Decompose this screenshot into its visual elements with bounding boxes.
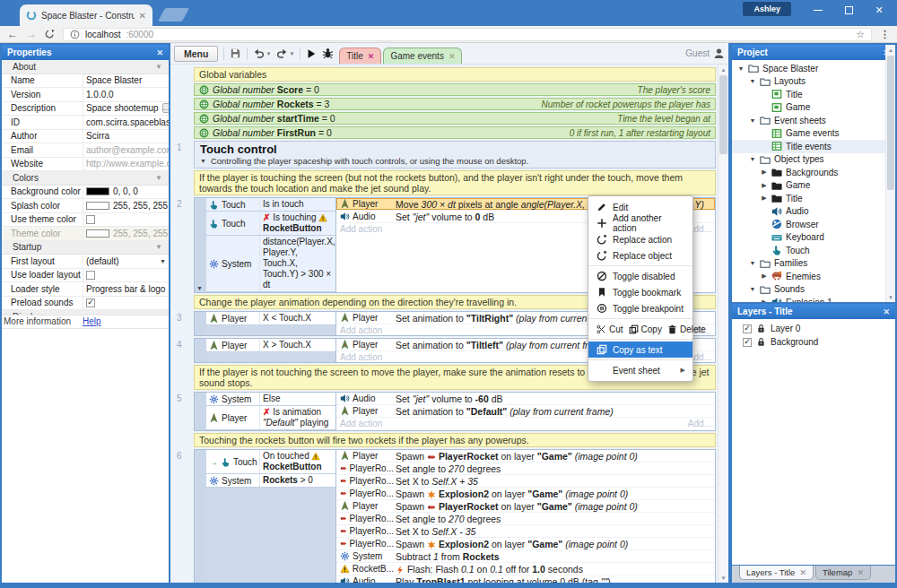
property-value-email[interactable]: author@example.com (83, 143, 169, 157)
tree-item-game[interactable]: Game (732, 101, 895, 115)
tree-item-explosion-1[interactable]: ▶Explosion 1 (732, 296, 895, 302)
scroll-down-icon[interactable]: ▼ (886, 292, 895, 302)
tree-item-title-events[interactable]: Title events (732, 140, 895, 153)
tree-item-touch[interactable]: Touch (732, 244, 895, 257)
action-row[interactable]: PlayerSet animation to "Default" (play f… (336, 405, 715, 418)
menu-item-event-sheet[interactable]: Event sheet▶ (588, 362, 692, 378)
url-input[interactable]: localhost:60000 ☆ (63, 28, 872, 41)
tree-item-families[interactable]: ▼Families (732, 257, 895, 271)
section-colors[interactable]: Colors▼ (2, 171, 169, 186)
tree-item-game-events[interactable]: Game events (732, 127, 895, 141)
tree-item-event-sheets[interactable]: ▼Event sheets (732, 114, 895, 127)
property-value-splash-color[interactable]: 255, 255, 255 (83, 199, 169, 212)
panel-close-icon[interactable]: ✕ (883, 307, 890, 316)
tab-close-icon[interactable]: ✕ (857, 568, 864, 577)
action-row[interactable]: PlayerSpawn PlayerRocket on layer "Game"… (336, 450, 715, 463)
chevron-down-icon[interactable]: ▼ (749, 117, 756, 124)
menu-item-toggle-breakpoint[interactable]: Toggle breakpoint (588, 300, 692, 316)
menu-item-toggle-bookmark[interactable]: Toggle bookmark (588, 284, 692, 300)
action-row[interactable]: PlayerRo...Spawn Explosion2 on layer "Ga… (336, 538, 715, 550)
property-value-author[interactable]: Scirra (83, 130, 169, 143)
tree-item-enemies[interactable]: ▶Enemies (732, 270, 895, 283)
tree-item-layouts[interactable]: ▼Layouts (732, 75, 895, 89)
add-action-link[interactable]: Add action (340, 224, 382, 234)
comment-block[interactable]: If the player is touching the screen (bu… (194, 170, 716, 195)
action-row[interactable]: RocketB... Flash: Flash 0.1 on 0.1 off f… (336, 563, 715, 575)
condition-row[interactable]: PlayerX < Touch.X (206, 312, 335, 325)
visibility-checkbox[interactable]: ✓ (743, 324, 752, 333)
tree-item-game[interactable]: ▶Game (732, 179, 895, 193)
scroll-down-icon[interactable]: ▼ (718, 573, 728, 583)
condition-row[interactable]: Systemdistance(Player.X, Player.Y, Touch… (206, 236, 335, 292)
property-value-version[interactable]: 1.0.0.0 (83, 88, 169, 101)
forward-icon[interactable]: → (26, 29, 37, 39)
event-margin[interactable] (195, 450, 206, 583)
tab-close-icon[interactable]: ✕ (368, 52, 375, 61)
collapse-icon[interactable]: ▼ (196, 285, 203, 291)
property-value-first-layout[interactable]: (default)▼ (83, 255, 169, 268)
event-margin[interactable] (195, 393, 206, 430)
property-value-use-loader-layout[interactable] (83, 269, 169, 282)
comment-block[interactable]: Touching the rockets button will fire tw… (194, 433, 716, 447)
action-row[interactable]: PlayerRo...Set angle to 270 degrees (336, 513, 715, 525)
property-value-theme-color[interactable]: 255, 255, 255 (83, 227, 169, 240)
event-margin[interactable]: ▼ (195, 198, 206, 292)
tree-item-space-blaster[interactable]: ▼Space Blaster (732, 62, 895, 75)
property-value-name[interactable]: Space Blaster (83, 74, 169, 88)
event-margin[interactable] (195, 312, 206, 335)
global-variable-row[interactable]: Global number startTime = 0Time the leve… (194, 112, 716, 125)
chevron-down-icon[interactable]: ▼ (737, 65, 745, 72)
project-panel-header[interactable]: Project ✕ (732, 45, 895, 60)
maximize-button[interactable] (834, 0, 863, 20)
scroll-up-icon[interactable]: ▲ (718, 65, 728, 74)
menu-item-copy[interactable]: Copy (627, 324, 664, 334)
color-swatch[interactable] (86, 187, 109, 195)
refresh-icon[interactable] (45, 29, 55, 40)
add-action-link[interactable]: Add action (340, 352, 382, 362)
bookmark-star-icon[interactable]: ☆ (856, 29, 865, 40)
action-row[interactable]: AudioPlay TronBlast1 not looping at volu… (336, 575, 715, 583)
tree-item-keyboard[interactable]: Keyboard (732, 231, 895, 245)
property-value-id[interactable]: com.scirra.spaceblaster (83, 116, 169, 129)
event-sheet-scrollbar[interactable]: ▲ ▼ (718, 65, 728, 583)
tree-item-audio[interactable]: Audio (732, 205, 895, 219)
condition-row[interactable]: PlayerX > Touch.X (206, 339, 335, 352)
undo-icon[interactable]: ▼ (253, 48, 271, 59)
chevron-down-icon[interactable]: ▼ (749, 78, 756, 84)
layers-panel-header[interactable]: Layers - Title ✕ (732, 304, 895, 319)
tree-item-sounds[interactable]: ▼Sounds (732, 283, 895, 297)
checkbox[interactable] (86, 215, 95, 224)
project-scrollbar[interactable]: ▲ ▼ (885, 45, 895, 302)
ellipsis-button[interactable]: ... (162, 103, 169, 113)
guest-user[interactable]: Guest (685, 48, 725, 59)
editor-tab-title[interactable]: Title✕ (339, 48, 381, 64)
condition-row[interactable]: Touch✗ Is touching RocketButton (206, 212, 335, 236)
action-row[interactable]: SystemSubtract 1 from Rockets (336, 550, 715, 563)
property-value-description[interactable]: Space shootemup... (83, 102, 169, 116)
browser-tab[interactable]: Space Blaster - Construct ✕ (20, 4, 152, 26)
chevron-down-icon[interactable]: ▼ (749, 156, 756, 162)
menu-item-replace-object[interactable]: Replace object (588, 247, 692, 264)
event-block[interactable]: →TouchOn touched RocketButtonSystemRocke… (194, 449, 716, 583)
menu-item-add-another-action[interactable]: Add another action (588, 215, 692, 231)
global-variable-row[interactable]: Global number FirstRun = 00 if first run… (194, 126, 716, 139)
chevron-right-icon[interactable]: ▶ (761, 182, 768, 189)
menu-item-cut[interactable]: Cut (595, 324, 625, 334)
property-value-website[interactable]: http://www.example.com (83, 158, 169, 171)
property-value-use-theme-color[interactable] (83, 213, 169, 227)
event-block[interactable]: SystemElsePlayer✗ Is animation "Default"… (194, 392, 716, 431)
tree-item-browser[interactable]: Browser (732, 218, 895, 231)
event-margin[interactable] (195, 339, 206, 362)
add-more-link[interactable]: Add... (688, 419, 711, 428)
event-group[interactable]: Touch control▼Controlling the player spa… (194, 141, 716, 169)
comment-block[interactable]: Global variables (194, 67, 716, 82)
info-icon[interactable] (70, 30, 80, 39)
scroll-up-icon[interactable]: ▲ (886, 45, 895, 55)
chevron-down-icon[interactable]: ▼ (749, 286, 756, 292)
new-tab-button[interactable] (158, 8, 189, 22)
add-action-link[interactable]: Add action (340, 419, 382, 428)
condition-row[interactable]: →TouchOn touched RocketButton (206, 450, 335, 474)
chevron-down-icon[interactable]: ▼ (749, 260, 756, 266)
chevron-right-icon[interactable]: ▶ (761, 169, 768, 176)
chevron-right-icon[interactable]: ▶ (761, 298, 768, 302)
